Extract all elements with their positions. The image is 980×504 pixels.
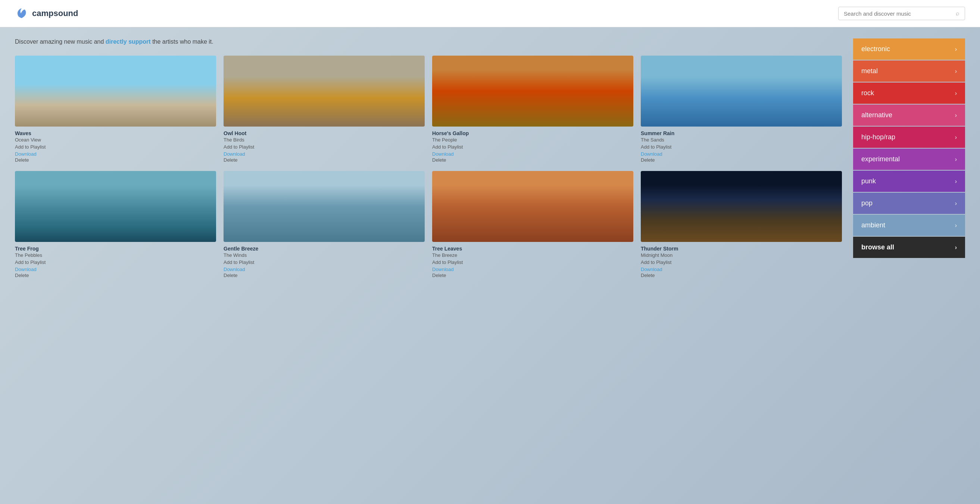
delete-horses-gallop[interactable]: Delete xyxy=(432,157,633,163)
add-to-playlist-gentle-breeze[interactable]: Add to Playlist xyxy=(224,260,425,265)
tagline-link[interactable]: directly support xyxy=(106,38,151,45)
tagline: Discover amazing new music and directly … xyxy=(15,38,842,45)
chevron-icon-hiphop: › xyxy=(955,134,957,141)
music-title-tree-leaves: Tree Leaves xyxy=(432,246,633,252)
delete-summer-rain[interactable]: Delete xyxy=(641,157,842,163)
music-artist-summer-rain: The Sands xyxy=(641,137,842,143)
download-gentle-breeze[interactable]: Download xyxy=(224,266,245,272)
music-title-gentle-breeze: Gentle Breeze xyxy=(224,246,425,252)
download-horses-gallop[interactable]: Download xyxy=(432,151,454,157)
chevron-icon-rock: › xyxy=(955,90,957,97)
add-to-playlist-thunder-storm[interactable]: Add to Playlist xyxy=(641,260,842,265)
download-owl-hoot[interactable]: Download xyxy=(224,151,245,157)
music-title-tree-frog: Tree Frog xyxy=(15,246,216,252)
genre-label-electronic: electronic xyxy=(861,45,890,53)
genre-item-hiphop[interactable]: hip-hop/rap › xyxy=(853,126,965,148)
add-to-playlist-summer-rain[interactable]: Add to Playlist xyxy=(641,144,842,150)
music-card-thunder-storm: Thunder Storm Midnight Moon Add to Playl… xyxy=(641,171,842,279)
music-card-image-horses-gallop xyxy=(432,56,633,126)
chevron-icon-ambient: › xyxy=(955,222,957,229)
music-card-image-summer-rain xyxy=(641,56,842,126)
chevron-icon-pop: › xyxy=(955,200,957,207)
logo-text: campsound xyxy=(32,9,78,18)
music-card-image-tree-frog xyxy=(15,171,216,242)
music-artist-owl-hoot: The Birds xyxy=(224,137,425,143)
music-artist-tree-leaves: The Breeze xyxy=(432,252,633,258)
music-card-info-gentle-breeze: Gentle Breeze The Winds Add to Playlist … xyxy=(224,246,425,278)
genre-label-pop: pop xyxy=(861,199,872,207)
music-title-waves: Waves xyxy=(15,130,216,136)
chevron-icon-alternative: › xyxy=(955,112,957,119)
music-title-owl-hoot: Owl Hoot xyxy=(224,130,425,136)
download-tree-frog[interactable]: Download xyxy=(15,266,37,272)
music-artist-horses-gallop: The People xyxy=(432,137,633,143)
music-title-horses-gallop: Horse's Gallop xyxy=(432,130,633,136)
genre-label-hiphop: hip-hop/rap xyxy=(861,133,895,141)
delete-gentle-breeze[interactable]: Delete xyxy=(224,273,425,278)
genre-item-experimental[interactable]: experimental › xyxy=(853,148,965,170)
genre-label-alternative: alternative xyxy=(861,111,892,119)
genre-label-rock: rock xyxy=(861,89,874,97)
download-summer-rain[interactable]: Download xyxy=(641,151,662,157)
chevron-icon-experimental: › xyxy=(955,156,957,163)
genre-label-experimental: experimental xyxy=(861,155,900,163)
delete-owl-hoot[interactable]: Delete xyxy=(224,157,425,163)
music-card-image-thunder-storm xyxy=(641,171,842,242)
music-card-info-thunder-storm: Thunder Storm Midnight Moon Add to Playl… xyxy=(641,246,842,278)
music-artist-thunder-storm: Midnight Moon xyxy=(641,252,842,258)
music-card-tree-frog: Tree Frog The Pebbles Add to Playlist Do… xyxy=(15,171,216,279)
music-title-summer-rain: Summer Rain xyxy=(641,130,842,136)
add-to-playlist-owl-hoot[interactable]: Add to Playlist xyxy=(224,144,425,150)
add-to-playlist-tree-frog[interactable]: Add to Playlist xyxy=(15,260,216,265)
genre-item-punk[interactable]: punk › xyxy=(853,171,965,192)
music-card-horses-gallop: Horse's Gallop The People Add to Playlis… xyxy=(432,56,633,164)
music-artist-waves: Ocean View xyxy=(15,137,216,143)
add-to-playlist-waves[interactable]: Add to Playlist xyxy=(15,144,216,150)
delete-tree-frog[interactable]: Delete xyxy=(15,273,216,278)
genre-label-punk: punk xyxy=(861,177,876,185)
music-card-image-gentle-breeze xyxy=(224,171,425,242)
chevron-icon-electronic: › xyxy=(955,46,957,53)
download-waves[interactable]: Download xyxy=(15,151,37,157)
download-tree-leaves[interactable]: Download xyxy=(432,266,454,272)
search-input[interactable] xyxy=(844,10,956,17)
sidebar: electronic › metal › rock › alternative … xyxy=(853,38,965,493)
music-card-info-owl-hoot: Owl Hoot The Birds Add to Playlist Downl… xyxy=(224,130,425,163)
music-card-gentle-breeze: Gentle Breeze The Winds Add to Playlist … xyxy=(224,171,425,279)
logo-icon xyxy=(15,7,29,20)
chevron-icon-browse-all: › xyxy=(955,244,957,251)
search-icon: ⌕ xyxy=(956,10,959,17)
genre-item-ambient[interactable]: ambient › xyxy=(853,215,965,236)
genre-item-alternative[interactable]: alternative › xyxy=(853,105,965,126)
music-card-image-owl-hoot xyxy=(224,56,425,126)
search-bar[interactable]: ⌕ xyxy=(838,7,965,20)
music-card-info-tree-leaves: Tree Leaves The Breeze Add to Playlist D… xyxy=(432,246,633,278)
music-title-thunder-storm: Thunder Storm xyxy=(641,246,842,252)
genre-item-electronic[interactable]: electronic › xyxy=(853,38,965,60)
genre-item-metal[interactable]: metal › xyxy=(853,61,965,82)
music-card-info-waves: Waves Ocean View Add to Playlist Downloa… xyxy=(15,130,216,163)
delete-tree-leaves[interactable]: Delete xyxy=(432,273,633,278)
genre-label-ambient: ambient xyxy=(861,222,885,229)
music-card-image-tree-leaves xyxy=(432,171,633,242)
genre-item-browse-all[interactable]: browse all › xyxy=(853,237,965,258)
delete-thunder-storm[interactable]: Delete xyxy=(641,273,842,278)
music-card-image-waves xyxy=(15,56,216,126)
genre-item-pop[interactable]: pop › xyxy=(853,193,965,214)
download-thunder-storm[interactable]: Download xyxy=(641,266,662,272)
music-card-info-horses-gallop: Horse's Gallop The People Add to Playlis… xyxy=(432,130,633,163)
add-to-playlist-horses-gallop[interactable]: Add to Playlist xyxy=(432,144,633,150)
chevron-icon-punk: › xyxy=(955,178,957,185)
genre-item-rock[interactable]: rock › xyxy=(853,83,965,104)
genre-label-metal: metal xyxy=(861,67,878,75)
music-grid: Waves Ocean View Add to Playlist Downloa… xyxy=(15,56,842,279)
add-to-playlist-tree-leaves[interactable]: Add to Playlist xyxy=(432,260,633,265)
music-card-info-tree-frog: Tree Frog The Pebbles Add to Playlist Do… xyxy=(15,246,216,278)
music-card-summer-rain: Summer Rain The Sands Add to Playlist Do… xyxy=(641,56,842,164)
main-layout: Discover amazing new music and directly … xyxy=(0,27,980,504)
delete-waves[interactable]: Delete xyxy=(15,157,216,163)
music-card-waves: Waves Ocean View Add to Playlist Downloa… xyxy=(15,56,216,164)
music-artist-gentle-breeze: The Winds xyxy=(224,252,425,258)
header: campsound ⌕ xyxy=(0,0,980,27)
music-card-owl-hoot: Owl Hoot The Birds Add to Playlist Downl… xyxy=(224,56,425,164)
